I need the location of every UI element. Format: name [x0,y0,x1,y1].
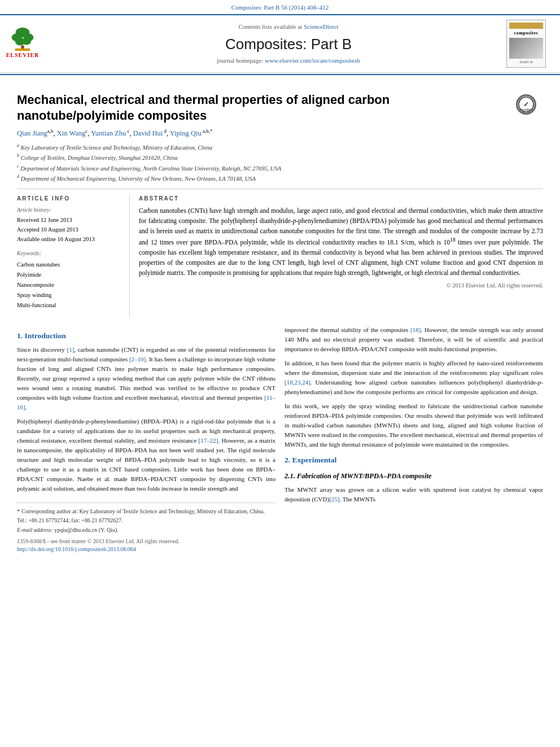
section1-heading: 1. Introduction [17,331,275,342]
footer-area: * Corresponding author at: Key Laborator… [17,503,275,553]
composites-logo: composites PART B [506,20,546,68]
crossmark-icon: ✓ CrossMark [516,94,536,115]
sciencedirect-notice: Contents lists available at ScienceDirec… [73,23,504,31]
elsevier-text: ELSEVIER [6,51,40,59]
history-label: Article history: [17,206,123,214]
affiliation-c: c Department of Materials Science and En… [17,163,543,173]
journal-title: Composites: Part B [73,34,504,54]
keywords-list: Carbon nanotubes Polyimide Nanocomposite… [17,260,123,310]
journal-citation-bar: Composites: Part B 56 (2014) 408–412 [0,0,560,15]
keyword-1: Carbon nanotubes [17,260,123,270]
body-para-1: Since its discovery [1], carbon nanotube… [17,345,275,412]
body-para-5: In this work, we apply the spray winding… [285,401,543,449]
keywords-label: Keywords: [17,250,123,257]
body-para-4: In addition, it has been found that the … [285,359,543,397]
keywords-group: Keywords: Carbon nanotubes Polyimide Nan… [17,250,123,310]
footnote-email: E-mail address: ypqiu@dhu.edu.cn (Y. Qiu… [17,526,275,534]
elsevier-tree-icon [6,27,40,51]
header-divider [0,74,560,75]
body-col-left: 1. Introduction Since its discovery [1],… [17,325,275,553]
journal-url[interactable]: www.elsevier.com/locate/compositesb [265,57,360,64]
article-title-section: Mechanical, electrical and thermal prope… [17,92,543,123]
footnote-corresponding: * Corresponding author at: Key Laborator… [17,506,275,525]
section21-heading: 2.1. Fabrication of MWNT/BPDA–PDA compos… [285,471,543,482]
article-title: Mechanical, electrical and thermal prope… [17,92,509,123]
body-content: 1. Introduction Since its discovery [1],… [17,325,543,553]
affiliation-a: a Key Laboratory of Textile Science and … [17,142,543,152]
abstract-column: ABSTRACT Carbon nanotubes (CNTs) have hi… [139,195,543,316]
copyright: © 2013 Elsevier Ltd. All rights reserved… [139,282,543,290]
affiliation-d: d Department of Mechanical Engineering, … [17,173,543,183]
body-col-right: improved the thermal stability of the co… [285,325,543,553]
keyword-4: Spray winding [17,290,123,300]
journal-homepage: journal homepage: www.elsevier.com/locat… [73,56,504,65]
abstract-text: Carbon nanotubes (CNTs) have high streng… [139,206,543,278]
svg-text:CrossMark: CrossMark [520,109,533,112]
authors-line: Qian Jianga,b, Xin Wangc, Yuntian Zhu c,… [17,128,543,139]
keyword-5: Multi-functional [17,300,123,311]
body-para-6: The MWNT array was grown on a silicon wa… [285,485,543,504]
section2-heading: 2. Experimental [285,455,543,466]
info-abstract-section: ARTICLE INFO Article history: Received 1… [17,189,543,316]
abstract-label: ABSTRACT [139,195,543,203]
publisher-logo-area: ELSEVIER [6,27,73,62]
sciencedirect-link[interactable]: ScienceDirect [304,23,339,30]
article-info-label: ARTICLE INFO [17,195,123,203]
footer-doi[interactable]: http://dx.doi.org/10.1016/j.compositesb.… [17,545,275,553]
word-sheets: sheets [403,422,418,429]
keyword-2: Polyimide [17,270,123,280]
affiliations: a Key Laboratory of Textile Science and … [17,142,543,183]
affiliation-b: b College of Textiles, Donghua Universit… [17,152,543,162]
author-yiping: Yiping Qiu [170,130,202,138]
author-qian: Qian Jiang [17,130,47,138]
body-para-3: improved the thermal stability of the co… [285,325,543,354]
author-xin: Xin Wang [57,130,86,138]
received-date: Received 12 June 2013 Accepted 10 August… [17,216,123,244]
body-para-2: Poly(biphenyl dianhydride-p-phenylenedia… [17,417,275,493]
author-david: David Hui [133,130,163,138]
article-info-column: ARTICLE INFO Article history: Received 1… [17,195,130,316]
svg-rect-6 [15,49,30,51]
keyword-3: Nanocomposite [17,280,123,290]
article-history: Article history: Received 12 June 2013 A… [17,206,123,244]
crossmark-badge[interactable]: ✓ CrossMark [516,94,543,117]
svg-text:✓: ✓ [523,101,529,109]
paper-container: Mechanical, electrical and thermal prope… [0,80,560,564]
journal-title-area: Contents lists available at ScienceDirec… [73,23,504,65]
journal-citation: Composites: Part B 56 (2014) 408–412 [231,4,329,11]
svg-point-4 [22,38,31,45]
footer-issn: 1359-8368/$ - see front matter © 2013 El… [17,538,275,545]
journal-header: ELSEVIER Contents lists available at Sci… [0,15,560,73]
author-yuntian: Yuntian Zhu [91,130,126,138]
journal-logo-area: composites PART B [504,20,549,68]
elsevier-logo: ELSEVIER [6,27,40,59]
